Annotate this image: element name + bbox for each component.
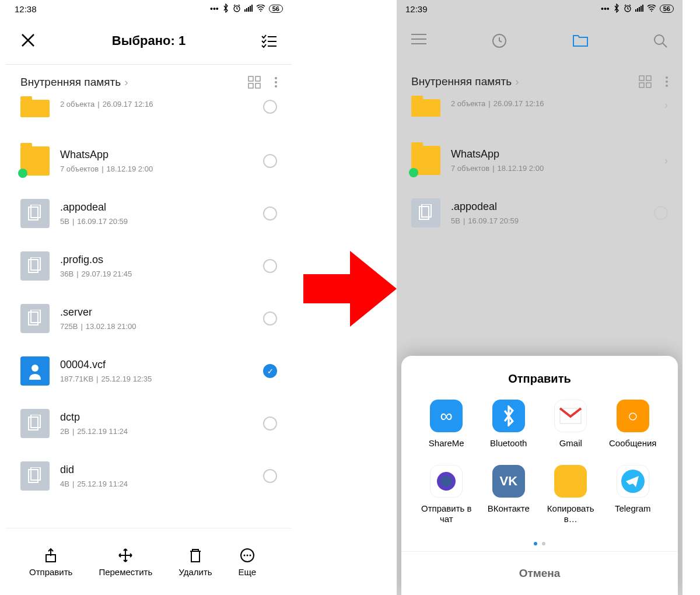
select-all-icon[interactable] [261, 34, 277, 48]
file-info: 2 объекта|26.09.17 12:16 [451, 99, 654, 108]
file-meta: 7 объектов|18.12.19 2:00 [60, 164, 253, 173]
file-name: .server [60, 306, 253, 318]
share-app[interactable]: Bluetooth [478, 400, 540, 449]
recent-icon[interactable] [492, 33, 507, 48]
file-info: 2 объекта|26.09.17 12:16 [60, 100, 253, 108]
more-menu-icon[interactable] [666, 76, 668, 87]
share-app[interactable]: VKВКонтакте [478, 465, 540, 524]
more-menu-icon[interactable] [275, 77, 277, 88]
file-list: 2 объекта|26.09.17 12:16WhatsApp7 объект… [6, 100, 292, 502]
action-move[interactable]: Переместить [99, 547, 152, 577]
checkbox[interactable] [654, 206, 668, 220]
view-grid-icon[interactable] [639, 75, 652, 88]
file-row[interactable]: .appodeal5B|16.09.17 20:59 [6, 187, 292, 240]
file-info: .profig.os36B|29.07.19 21:45 [60, 254, 253, 278]
svg-rect-32 [642, 5, 643, 12]
breadcrumb: Внутренняя память › [6, 65, 292, 100]
file-meta: 4B|25.12.19 11:24 [60, 480, 253, 488]
file-name: 00004.vcf [60, 359, 253, 371]
share-app[interactable]: Копировать в… [540, 465, 602, 524]
file-meta: 7 объектов|18.12.19 2:00 [451, 164, 654, 173]
file-meta: 2 объекта|26.09.17 12:16 [451, 99, 654, 108]
breadcrumb-path[interactable]: Внутренняя память › [20, 76, 128, 89]
phone-left: 12:38 ••• 56 Выбрано: 1 [6, 0, 292, 595]
checkbox[interactable]: ✓ [263, 364, 277, 378]
svg-point-26 [249, 554, 251, 556]
app-icon [492, 400, 525, 432]
file-info: .appodeal5B|16.09.17 20:59 [60, 201, 253, 226]
svg-point-33 [651, 10, 652, 12]
share-app[interactable]: ∞ShareMe [415, 400, 478, 449]
file-row[interactable]: .appodeal5B|16.09.17 20:59 [397, 187, 682, 239]
file-info: .server725B|13.02.18 21:00 [60, 306, 253, 331]
file-info: did4B|25.12.19 11:24 [60, 464, 253, 488]
checkbox[interactable] [263, 206, 277, 220]
file-row[interactable]: .server725B|13.02.18 21:00 [6, 292, 292, 345]
search-icon[interactable] [653, 33, 668, 48]
file-row[interactable]: 2 объекта|26.09.17 12:16 [6, 100, 292, 135]
checkbox[interactable] [263, 312, 277, 326]
app-icon [617, 465, 649, 498]
app-icon: ○ [617, 400, 649, 432]
file-meta: 2 объекта|26.09.17 12:16 [60, 100, 253, 108]
file-name: .appodeal [451, 201, 643, 213]
action-send[interactable]: Отправить [29, 547, 72, 577]
checkbox[interactable] [263, 259, 277, 273]
wifi-icon [647, 4, 656, 13]
app-label: ShareMe [429, 438, 464, 449]
status-time: 12:38 [15, 4, 37, 14]
checkbox[interactable] [263, 469, 277, 483]
file-row[interactable]: WhatsApp7 объектов|18.12.19 2:00 [6, 135, 292, 187]
view-grid-icon[interactable] [248, 76, 261, 89]
more-icon: ••• [210, 4, 219, 13]
close-icon[interactable] [20, 33, 37, 49]
file-list: 2 объекта|26.09.17 12:16›WhatsApp7 объек… [397, 99, 682, 239]
share-app[interactable]: ○Сообщения [602, 400, 664, 449]
bluetooth-icon [613, 4, 620, 15]
file-row[interactable]: dctp2B|25.12.19 11:24 [6, 397, 292, 450]
share-app[interactable]: Gmail [540, 400, 602, 449]
file-row[interactable]: .profig.os36B|29.07.19 21:45 [6, 240, 292, 292]
svg-rect-3 [248, 7, 249, 12]
breadcrumb: Внутренняя память › [397, 64, 682, 99]
action-more[interactable]: Еще [239, 547, 257, 577]
more-horizontal-icon [239, 547, 256, 564]
move-icon [117, 547, 134, 564]
file-row[interactable]: WhatsApp7 объектов|18.12.19 2:00› [397, 134, 682, 187]
svg-rect-38 [639, 83, 644, 88]
file-info: WhatsApp7 объектов|18.12.19 2:00 [451, 148, 654, 173]
cancel-button[interactable]: Отмена [401, 551, 678, 595]
file-row[interactable]: did4B|25.12.19 11:24 [6, 450, 292, 502]
share-icon [43, 547, 59, 564]
svg-rect-5 [251, 5, 253, 12]
checkbox[interactable] [263, 154, 277, 168]
file-row[interactable]: 00004.vcf187.71KB|25.12.19 12:35✓ [6, 345, 292, 397]
app-label: Gmail [559, 438, 582, 449]
share-app[interactable]: Отправить в чат [415, 465, 478, 524]
file-meta: 725B|13.02.18 21:00 [60, 322, 253, 331]
action-delete[interactable]: Удалить [178, 547, 212, 577]
share-grid: ∞ShareMeBluetoothGmail○СообщенияОтправит… [401, 400, 678, 536]
file-name: .appodeal [60, 201, 253, 214]
file-name: .profig.os [60, 254, 253, 266]
menu-icon[interactable] [411, 33, 426, 48]
file-name: WhatsApp [60, 149, 253, 161]
folder-tab-icon[interactable] [572, 33, 587, 48]
chevron-right-icon: › [664, 99, 668, 111]
share-app[interactable]: Telegram [602, 465, 664, 524]
chevron-right-icon: › [124, 76, 128, 89]
app-label: Отправить в чат [415, 503, 478, 524]
file-row[interactable]: 2 объекта|26.09.17 12:16› [397, 99, 682, 134]
status-bar: 12:39 ••• 56 [397, 0, 682, 18]
svg-point-6 [260, 10, 261, 12]
breadcrumb-path[interactable]: Внутренняя память › [411, 75, 519, 88]
file-info: 00004.vcf187.71KB|25.12.19 12:35 [60, 359, 253, 383]
more-icon: ••• [601, 4, 610, 13]
checkbox[interactable] [263, 100, 277, 114]
svg-rect-4 [250, 6, 251, 12]
wifi-icon [256, 4, 265, 13]
file-meta: 5B|16.09.17 20:59 [60, 217, 253, 226]
checkbox[interactable] [263, 416, 277, 430]
arrow-icon [303, 245, 397, 332]
svg-rect-28 [635, 9, 636, 12]
